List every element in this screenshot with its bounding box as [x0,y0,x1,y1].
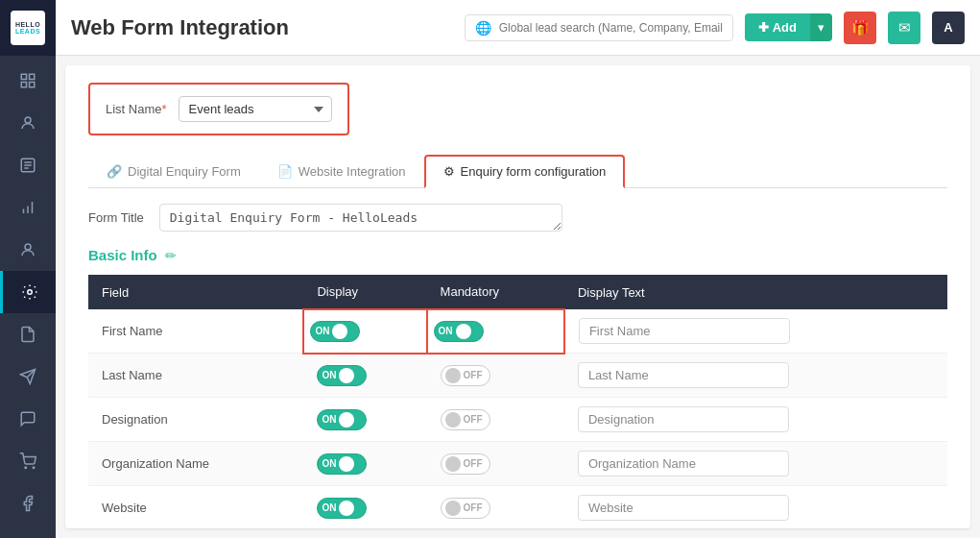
display-text-input[interactable] [578,406,789,432]
display-toggle[interactable]: ON [317,365,367,386]
add-button[interactable]: ✚ Add [745,13,810,41]
svg-rect-1 [30,74,35,79]
mandatory-toggle[interactable]: OFF [441,498,490,519]
field-display-cell: ON [303,442,426,486]
table-header-row: Field Display Mandatory Display Text [88,275,947,309]
tab-enquiry-config[interactable]: ⚙ Enquiry form configuration [424,155,626,188]
col-mandatory: Mandatory [427,275,564,309]
svg-point-4 [25,117,31,123]
mandatory-toggle[interactable]: OFF [441,409,490,430]
sidebar-item-contacts[interactable] [0,102,56,144]
table-row: First NameONON [88,309,947,354]
svg-point-12 [25,244,31,250]
col-display-text: Display Text [564,275,947,309]
field-display-cell: ON [303,486,426,529]
sidebar-item-analytics[interactable] [0,186,56,229]
display-toggle[interactable]: ON [317,453,367,475]
display-toggle[interactable]: ON [310,321,360,342]
svg-rect-3 [30,83,35,87]
logo-leads: LEADS [15,28,40,35]
field-name: Website [88,486,303,529]
mandatory-toggle[interactable]: OFF [441,453,490,475]
plus-icon: ✚ [758,20,769,35]
display-toggle[interactable]: ON [317,409,367,430]
sidebar-item-dashboard[interactable] [0,60,56,102]
gift-button[interactable]: 🎁 [844,12,876,44]
main-content: Web Form Integration 🌐 ✚ Add ▾ 🎁 ✉ A Lis… [56,0,980,538]
link-icon: 🔗 [107,164,122,179]
field-display-text-cell [564,398,947,442]
table-row: WebsiteONOFF [88,486,947,529]
file-icon: 📄 [277,164,293,179]
logo-hello: HELLO [15,21,40,28]
sidebar-item-cart[interactable] [0,440,56,482]
field-name: Last Name [88,354,303,398]
svg-point-13 [27,290,32,295]
edit-icon[interactable]: ✏ [165,248,177,263]
sidebar-item-chat[interactable] [0,398,56,440]
field-name: Organization Name [88,442,303,486]
required-indicator: * [162,102,167,116]
content-area: List Name* Event leads Option 2 Option 3… [65,65,970,528]
field-display-cell: ON [303,309,426,354]
display-text-input[interactable] [579,318,790,344]
svg-point-15 [33,467,35,469]
tab-website-integration[interactable]: 📄 Website Integration [259,155,424,188]
display-text-input[interactable] [578,362,789,388]
field-mandatory-cell: OFF [427,354,564,398]
user-avatar-button[interactable]: A [932,12,965,44]
sidebar-item-facebook[interactable] [0,482,56,525]
field-display-cell: ON [303,398,426,442]
sidebar-item-settings[interactable] [0,271,56,313]
header: Web Form Integration 🌐 ✚ Add ▾ 🎁 ✉ A [56,0,980,56]
sidebar-item-documents[interactable] [0,313,56,355]
field-display-cell: ON [303,354,426,398]
mandatory-toggle[interactable]: ON [434,321,484,342]
list-name-section: List Name* Event leads Option 2 Option 3 [88,83,349,135]
table-row: Last NameONOFF [88,354,947,398]
add-label: Add [773,20,797,35]
field-name: Designation [88,398,303,442]
svg-point-14 [25,467,27,469]
sidebar-item-list[interactable] [0,144,56,186]
table-row: Organization NameONOFF [88,442,947,486]
col-display: Display [303,275,426,309]
field-name: First Name [88,309,303,354]
field-mandatory-cell: ON [427,309,564,354]
field-display-text-cell [564,354,947,398]
tabs: 🔗 Digital Enquiry Form 📄 Website Integra… [88,155,947,188]
page-title: Web Form Integration [71,15,453,40]
field-display-text-cell [564,486,947,529]
display-text-input[interactable] [578,495,789,521]
display-text-input[interactable] [578,451,789,477]
search-bar: 🌐 [465,14,733,41]
table-row: DesignationONOFF [88,398,947,442]
sidebar-item-profile[interactable] [0,229,56,271]
col-field: Field [88,275,303,309]
list-name-label: List Name* [106,102,167,116]
svg-rect-0 [21,74,26,79]
form-title-label: Form Title [88,210,144,225]
mandatory-toggle[interactable]: OFF [441,365,490,386]
email-button[interactable]: ✉ [888,12,920,44]
form-title-row: Form Title Digital Enquiry Form - HelloL… [88,204,947,232]
field-mandatory-cell: OFF [427,398,564,442]
globe-icon: 🌐 [475,20,491,36]
field-mandatory-cell: OFF [427,486,564,529]
tab-digital-enquiry[interactable]: 🔗 Digital Enquiry Form [88,155,259,188]
list-name-select[interactable]: Event leads Option 2 Option 3 [179,96,332,122]
svg-rect-2 [21,83,26,87]
search-input[interactable] [499,21,723,35]
sidebar-item-campaigns[interactable] [0,355,56,398]
gear-tab-icon: ⚙ [443,164,455,179]
field-mandatory-cell: OFF [427,442,564,486]
add-button-group: ✚ Add ▾ [745,13,832,41]
add-dropdown-button[interactable]: ▾ [810,13,832,41]
form-title-input[interactable]: Digital Enquiry Form - HelloLeads [159,204,562,232]
field-display-text-cell [564,442,947,486]
logo: HELLO LEADS [0,0,56,56]
sidebar: HELLO LEADS [0,0,56,538]
field-table: Field Display Mandatory Display Text Fir… [88,275,947,528]
display-toggle[interactable]: ON [317,498,367,519]
basic-info-title: Basic Info [88,247,157,263]
